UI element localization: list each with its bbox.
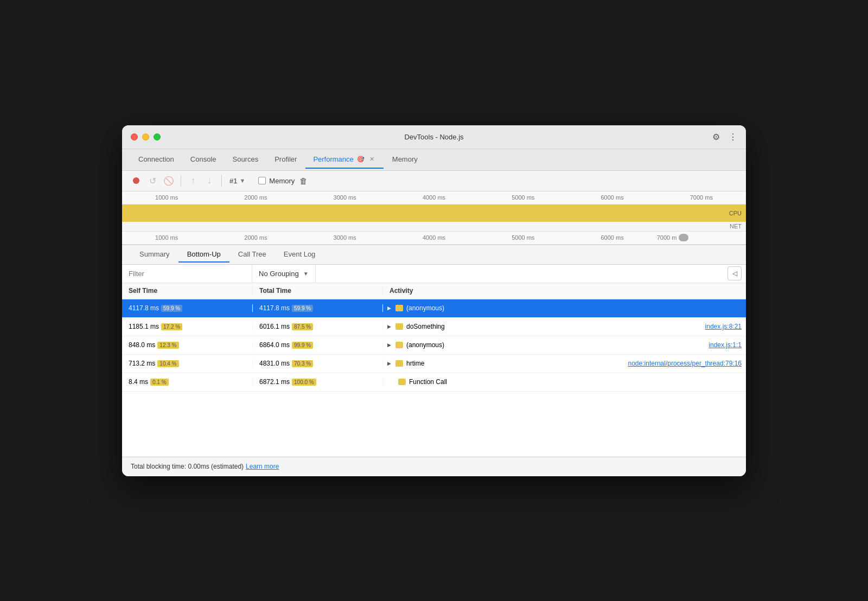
self-pct-3: 10.4 %: [157, 360, 178, 367]
table-row[interactable]: 713.2 ms 10.4 % 4831.0 ms 70.3 % ▶ hrtim…: [122, 355, 746, 373]
cell-activity-1: ▶ doSomething index.js:8:21: [382, 323, 746, 330]
cell-self-0: 4117.8 ms 59.9 %: [122, 304, 252, 312]
table-row[interactable]: 8.4 ms 0.1 % 6872.1 ms 100.0 % Function …: [122, 373, 746, 392]
close-button[interactable]: [131, 133, 138, 140]
self-pct-1: 17.2 %: [161, 323, 182, 330]
self-time-val-4: 8.4 ms: [129, 378, 148, 386]
net-row[interactable]: NET: [122, 222, 746, 232]
cell-self-4: 8.4 ms 0.1 %: [122, 378, 252, 386]
tab-performance[interactable]: Performance 🎯 ✕: [305, 151, 383, 169]
tab-summary[interactable]: Summary: [131, 247, 178, 263]
activity-link-3[interactable]: node:internal/process/per_thread:79:16: [628, 360, 742, 367]
download-button[interactable]: ↓: [202, 173, 217, 188]
filter-input[interactable]: [122, 265, 252, 283]
total-pct-3: 70.3 %: [292, 360, 313, 367]
self-pct-2: 12.3 %: [157, 342, 178, 349]
activity-name-3: hrtime: [406, 360, 424, 367]
tick2-7000-container: 7000 m: [657, 234, 746, 241]
tab-sources[interactable]: Sources: [225, 151, 266, 169]
activity-left-2: ▶ (anonymous): [387, 341, 444, 349]
separator-2: [221, 175, 222, 187]
minimize-button[interactable]: [142, 133, 149, 140]
tick-3000: 3000 ms: [301, 194, 390, 201]
learn-more-link[interactable]: Learn more: [246, 463, 279, 470]
delete-profile-button[interactable]: 🗑: [296, 173, 311, 188]
tick2-1000: 1000 ms: [122, 234, 211, 241]
scrollbar-thumb[interactable]: [679, 234, 688, 241]
profile-dropdown-arrow: ▼: [239, 177, 245, 184]
activity-name-0: (anonymous): [406, 304, 444, 312]
tick-2000: 2000 ms: [211, 194, 300, 201]
tab-profiler[interactable]: Profiler: [267, 151, 304, 169]
cpu-label: CPU: [729, 210, 742, 216]
record-button[interactable]: [129, 173, 144, 188]
tick2-6000: 6000 ms: [567, 234, 656, 241]
traffic-lights: [131, 133, 161, 140]
expand-icon-3[interactable]: ▶: [387, 361, 391, 366]
maximize-button[interactable]: [154, 133, 161, 140]
settings-icon[interactable]: ⚙: [712, 132, 720, 142]
folder-icon-2: [395, 342, 403, 348]
cpu-row[interactable]: CPU: [122, 204, 746, 222]
cell-self-3: 713.2 ms 10.4 %: [122, 360, 252, 367]
tab-call-tree[interactable]: Call Tree: [229, 247, 275, 263]
clear-button[interactable]: 🚫: [161, 173, 176, 188]
collapse-panel-button[interactable]: ◁: [727, 266, 742, 280]
expand-icon-2[interactable]: ▶: [387, 342, 391, 348]
folder-icon-1: [395, 323, 403, 330]
table-container: No Grouping ▼ ◁ Self Time Total Time Act…: [122, 265, 746, 457]
tick-6000: 6000 ms: [567, 194, 656, 201]
tab-event-log[interactable]: Event Log: [275, 247, 324, 263]
memory-checkbox[interactable]: [258, 177, 266, 184]
memory-checkbox-container: Memory: [258, 177, 295, 185]
cell-total-3: 4831.0 ms 70.3 %: [252, 360, 382, 367]
timeline-area: 1000 ms 2000 ms 3000 ms 4000 ms 5000 ms …: [122, 191, 746, 245]
table-row[interactable]: 848.0 ms 12.3 % 6864.0 ms 99.9 % ▶ (anon…: [122, 336, 746, 355]
status-text: Total blocking time: 0.00ms (estimated): [131, 463, 244, 470]
tick2-3000: 3000 ms: [301, 234, 390, 241]
tab-memory[interactable]: Memory: [385, 151, 425, 169]
filter-row: No Grouping ▼ ◁: [122, 265, 746, 283]
header-activity: Activity: [382, 287, 746, 295]
self-time-val-0: 4117.8 ms: [129, 304, 159, 312]
tab-bottom-up[interactable]: Bottom-Up: [178, 247, 229, 263]
tab-connection[interactable]: Connection: [131, 151, 182, 169]
grouping-selector[interactable]: No Grouping ▼: [252, 265, 316, 283]
total-time-val-2: 6864.0 ms: [259, 341, 290, 349]
tick2-2000: 2000 ms: [211, 234, 300, 241]
activity-name-4: Function Call: [409, 378, 447, 386]
profile-selector[interactable]: #1 ▼: [226, 175, 248, 187]
table-row[interactable]: 1185.1 ms 17.2 % 6016.1 ms 87.5 % ▶ doSo…: [122, 318, 746, 336]
header-total-time[interactable]: Total Time: [252, 287, 382, 295]
tab-performance-close[interactable]: ✕: [368, 155, 376, 163]
tab-console[interactable]: Console: [183, 151, 224, 169]
tick-7000: 7000 ms: [657, 194, 746, 201]
net-label: NET: [730, 223, 742, 229]
empty-space: [122, 392, 746, 457]
folder-icon-0: [395, 305, 403, 311]
upload-button[interactable]: ↑: [186, 173, 201, 188]
tick-5000: 5000 ms: [478, 194, 567, 201]
toolbar-icons: ⚙ ⋮: [712, 132, 737, 142]
activity-link-2[interactable]: index.js:1:1: [709, 341, 742, 349]
window-title: DevTools - Node.js: [404, 133, 463, 141]
cell-activity-4: Function Call: [382, 378, 746, 386]
activity-left-3: ▶ hrtime: [387, 360, 424, 367]
main-tabs: Connection Console Sources Profiler Perf…: [122, 149, 746, 171]
expand-icon-0[interactable]: ▶: [387, 305, 391, 311]
expand-icon-1[interactable]: ▶: [387, 324, 391, 329]
separator-1: [181, 175, 181, 187]
timeline-ruler-bottom: 1000 ms 2000 ms 3000 ms 4000 ms 5000 ms …: [122, 232, 746, 245]
header-self-time[interactable]: Self Time: [122, 287, 252, 295]
table-headers: Self Time Total Time Activity: [122, 283, 746, 299]
tick-1000: 1000 ms: [122, 194, 211, 201]
table-row[interactable]: 4117.8 ms 59.9 % 4117.8 ms 59.9 % ▶ (ano…: [122, 299, 746, 318]
activity-link-1[interactable]: index.js:8:21: [705, 323, 742, 330]
activity-name-2: (anonymous): [406, 341, 444, 349]
self-time-val-2: 848.0 ms: [129, 341, 155, 349]
more-options-icon[interactable]: ⋮: [729, 132, 737, 142]
total-pct-2: 99.9 %: [292, 342, 313, 349]
reload-button[interactable]: ↺: [145, 173, 160, 188]
bottom-tabs: Summary Bottom-Up Call Tree Event Log: [122, 245, 746, 265]
title-bar: DevTools - Node.js ⚙ ⋮: [122, 125, 746, 149]
